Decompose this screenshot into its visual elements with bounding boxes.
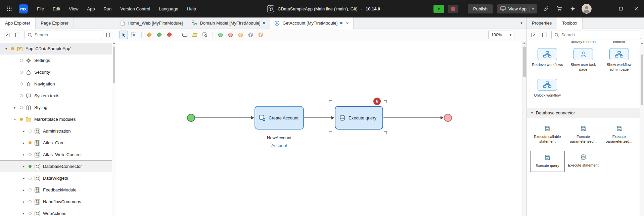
error-count-badge[interactable]: 6 (373, 98, 381, 105)
toolbox-item-execute-query[interactable]: Execute query (530, 151, 565, 172)
chevron-right-icon[interactable]: ▸ (21, 176, 26, 180)
tab-toolbox[interactable]: Toolbox (557, 17, 583, 29)
toolbox-item-execute-parameterized-1[interactable]: Execute parameterized... (566, 122, 601, 147)
tree-item-datawidgets[interactable]: ▸ DataWidgets (0, 172, 116, 184)
chevron-right-icon[interactable]: ▸ (13, 106, 17, 109)
explorer-search-input[interactable] (35, 33, 99, 37)
toolbox-item-execute-statement[interactable]: Execute statement (566, 151, 601, 172)
tab-properties[interactable]: Properties (527, 17, 557, 29)
menu-file[interactable]: File (33, 0, 48, 17)
chevron-down-icon[interactable]: ▾ (13, 117, 17, 121)
panel-options-button[interactable] (105, 31, 113, 39)
link-button[interactable] (541, 4, 551, 13)
zoom-select[interactable]: 100% ▾ (488, 31, 514, 39)
marketplace-button[interactable] (555, 4, 564, 13)
tab-home-web[interactable]: Home_Web [MyFirstModule] (116, 17, 187, 29)
scroll-up-icon[interactable] (113, 42, 116, 44)
menu-view[interactable]: View (64, 0, 83, 17)
chevron-right-icon[interactable]: ▸ (21, 200, 26, 204)
toolbox-search[interactable] (551, 31, 641, 39)
tree-item-security[interactable]: Security (0, 66, 116, 78)
end-event-button[interactable] (226, 31, 235, 39)
tree-item-marketplace-modules[interactable]: ▾ Marketplace modules (0, 113, 116, 125)
annotation-button[interactable] (191, 31, 199, 39)
inspect-button[interactable] (201, 31, 209, 39)
chevron-right-icon[interactable]: ▸ (21, 141, 26, 145)
chevron-down-icon[interactable]: ▾ (532, 7, 534, 11)
chevron-right-icon[interactable]: ▸ (21, 212, 26, 215)
toolbox-search-input[interactable] (561, 33, 638, 37)
publish-button[interactable]: Publish (468, 4, 493, 13)
scroll-up-icon[interactable] (523, 42, 526, 44)
menu-edit[interactable]: Edit (48, 0, 64, 17)
tree-item-nanoflowcommons[interactable]: ▸ NanoflowCommons (0, 196, 116, 208)
toolbox-item-execute-callable-statement[interactable]: Execute callable statement (530, 122, 565, 147)
toolbox-scrollbar[interactable] (640, 41, 644, 216)
chevron-right-icon[interactable]: ▸ (21, 153, 26, 156)
locate-document-button[interactable] (530, 31, 538, 39)
tree-item-administration[interactable]: ▸ Administration (0, 125, 116, 137)
microflow-canvas[interactable]: Create Account NewAccount Account Execut… (116, 41, 526, 216)
loop-button[interactable] (181, 31, 189, 39)
tab-page-explorer[interactable]: Page Explorer (36, 17, 74, 29)
toolbox-item-retrieve-workflows[interactable]: Retrieve workflows (530, 48, 565, 72)
continue-event-button[interactable] (236, 31, 245, 39)
toolbox-item-unlock-workflow[interactable]: Unlock workflow (530, 79, 565, 98)
selection-handle[interactable] (329, 131, 332, 134)
tree-item-webactions[interactable]: ▸ WebActions (0, 208, 116, 216)
tree-item-system-texts[interactable]: System texts (0, 90, 116, 102)
section-database-connector[interactable]: ▾ Database connector (527, 108, 640, 118)
toolbox-item-execute-parameterized-2[interactable]: Execute parameterized... (602, 122, 636, 147)
app-grid-button[interactable] (5, 4, 14, 13)
maximize-button[interactable] (613, 0, 629, 17)
menu-help[interactable]: Help (183, 0, 200, 17)
selection-handle[interactable] (384, 131, 387, 134)
tab-app-explorer[interactable]: App Explorer (0, 17, 36, 29)
chevron-right-icon[interactable]: ▸ (21, 188, 26, 192)
scrollbar-thumb[interactable] (641, 55, 643, 105)
run-button[interactable] (433, 5, 444, 13)
close-tab-icon[interactable]: × (346, 21, 349, 26)
toolbox-item-show-workflow-admin-page[interactable]: Show workflow admin page (602, 48, 636, 72)
collapse-all-button[interactable] (14, 31, 22, 39)
tree-item-app[interactable]: ▾ App 'CDataSampleApp' (0, 43, 116, 55)
start-event[interactable] (187, 114, 195, 122)
stop-button[interactable] (448, 5, 458, 13)
canvas-scrollbar[interactable] (522, 41, 526, 216)
menu-run[interactable]: Run (99, 0, 116, 17)
tree-item-feedbackmodule[interactable]: ▸ FeedbackModule (0, 184, 116, 196)
chevron-right-icon[interactable]: ▸ (21, 129, 26, 133)
scrollbar-thumb[interactable] (523, 46, 526, 77)
decision-button[interactable] (145, 31, 153, 39)
tree-item-database-connector[interactable]: ▸ DatabaseConnector (0, 160, 116, 172)
tree-item-atlas-core[interactable]: ▸ Atlas_Core (0, 137, 116, 149)
minimize-button[interactable] (598, 0, 613, 17)
start-event-button[interactable] (216, 31, 225, 39)
create-account-activity[interactable]: Create Account (255, 106, 304, 130)
ai-assist-button[interactable] (568, 4, 578, 13)
close-button[interactable] (629, 0, 644, 17)
user-avatar[interactable] (582, 4, 592, 14)
merge-button[interactable] (155, 31, 164, 39)
tree-item-settings[interactable]: Settings (0, 55, 116, 66)
tree-scrollbar[interactable] (112, 41, 116, 216)
scrollbar-thumb[interactable] (113, 46, 115, 83)
entity-link[interactable]: Account (255, 143, 304, 148)
view-app-button[interactable]: View App ▾ (497, 4, 537, 13)
mendix-logo[interactable]: mx (19, 4, 28, 13)
collapse-all-button[interactable] (541, 31, 549, 39)
tree-item-atlas-web-content[interactable]: ▸ Atlas_Web_Content (0, 149, 116, 160)
selection-handle[interactable] (329, 100, 332, 103)
tree-item-navigation[interactable]: Navigation (0, 78, 116, 90)
menu-version-control[interactable]: Version Control (116, 0, 154, 17)
tree-item-styling[interactable]: ▸ Styling (0, 102, 116, 113)
error-handler-button[interactable] (165, 31, 174, 39)
tab-list-button[interactable]: ▾ (516, 17, 526, 29)
chevron-right-icon[interactable]: ▸ (21, 165, 26, 168)
scroll-up-icon[interactable] (641, 42, 643, 44)
error-event-button[interactable] (257, 31, 265, 39)
tab-domain-model[interactable]: Domain Model [MyFirstModule] (187, 17, 270, 29)
chevron-down-icon[interactable]: ▾ (4, 47, 8, 50)
explorer-search[interactable] (25, 31, 102, 39)
execute-query-activity[interactable]: Execute query (335, 106, 383, 130)
